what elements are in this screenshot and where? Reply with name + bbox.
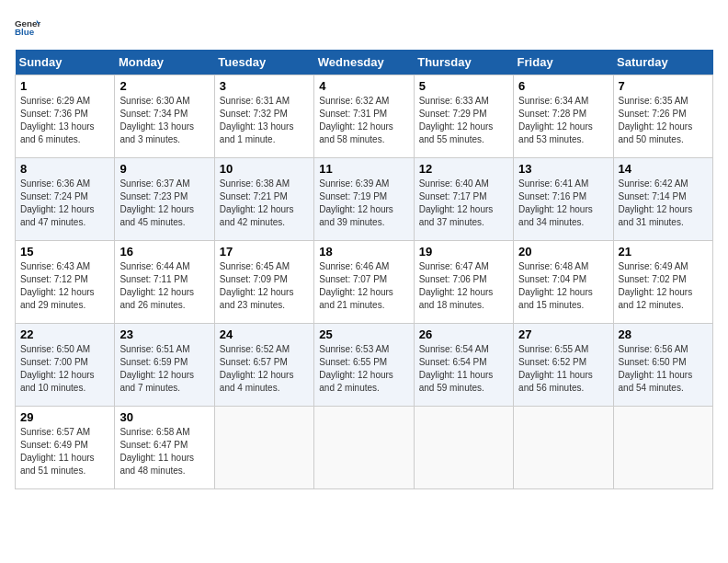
day-number: 28	[619, 327, 708, 341]
day-number: 19	[419, 245, 508, 259]
day-detail: Sunrise: 6:53 AM Sunset: 6:55 PM Dayligh…	[319, 343, 408, 395]
day-detail: Sunrise: 6:38 AM Sunset: 7:21 PM Dayligh…	[220, 178, 309, 229]
day-number: 15	[20, 245, 109, 259]
day-number: 29	[20, 410, 109, 424]
day-detail: Sunrise: 6:56 AM Sunset: 6:50 PM Dayligh…	[619, 343, 708, 395]
day-number: 3	[220, 79, 309, 93]
calendar-cell: 9 Sunrise: 6:37 AM Sunset: 7:23 PM Dayli…	[115, 158, 214, 241]
day-detail: Sunrise: 6:42 AM Sunset: 7:14 PM Dayligh…	[619, 178, 708, 229]
col-header-sunday: Sunday	[16, 50, 115, 75]
day-detail: Sunrise: 6:39 AM Sunset: 7:19 PM Dayligh…	[319, 178, 408, 229]
day-number: 26	[419, 327, 508, 341]
day-detail: Sunrise: 6:43 AM Sunset: 7:12 PM Dayligh…	[20, 260, 109, 312]
day-number: 17	[220, 245, 309, 259]
calendar-cell: 21 Sunrise: 6:49 AM Sunset: 7:02 PM Dayl…	[613, 241, 712, 324]
day-number: 1	[20, 79, 109, 93]
day-number: 21	[619, 245, 708, 259]
calendar-cell: 28 Sunrise: 6:56 AM Sunset: 6:50 PM Dayl…	[613, 324, 712, 407]
calendar-cell: 16 Sunrise: 6:44 AM Sunset: 7:11 PM Dayl…	[115, 241, 214, 324]
day-number: 5	[419, 79, 508, 93]
day-detail: Sunrise: 6:40 AM Sunset: 7:17 PM Dayligh…	[419, 178, 508, 229]
day-detail: Sunrise: 6:58 AM Sunset: 6:47 PM Dayligh…	[119, 426, 209, 477]
calendar-week-4: 29 Sunrise: 6:57 AM Sunset: 6:49 PM Dayl…	[16, 407, 713, 489]
col-header-wednesday: Wednesday	[314, 50, 414, 75]
calendar-cell: 29 Sunrise: 6:57 AM Sunset: 6:49 PM Dayl…	[16, 407, 115, 489]
day-detail: Sunrise: 6:51 AM Sunset: 6:59 PM Dayligh…	[119, 343, 209, 395]
calendar-cell	[414, 407, 513, 489]
day-detail: Sunrise: 6:33 AM Sunset: 7:29 PM Dayligh…	[419, 95, 508, 146]
day-detail: Sunrise: 6:32 AM Sunset: 7:31 PM Dayligh…	[319, 95, 408, 146]
svg-text:Blue: Blue	[15, 27, 35, 37]
calendar-cell: 8 Sunrise: 6:36 AM Sunset: 7:24 PM Dayli…	[16, 158, 115, 241]
calendar-table: SundayMondayTuesdayWednesdayThursdayFrid…	[15, 50, 713, 489]
day-number: 22	[20, 327, 109, 341]
calendar-cell: 23 Sunrise: 6:51 AM Sunset: 6:59 PM Dayl…	[115, 324, 214, 407]
calendar-cell: 1 Sunrise: 6:29 AM Sunset: 7:36 PM Dayli…	[16, 75, 115, 158]
calendar-cell: 22 Sunrise: 6:50 AM Sunset: 7:00 PM Dayl…	[16, 324, 115, 407]
day-number: 13	[518, 162, 608, 176]
day-number: 10	[220, 162, 309, 176]
day-number: 23	[119, 327, 209, 341]
calendar-cell: 3 Sunrise: 6:31 AM Sunset: 7:32 PM Dayli…	[214, 75, 313, 158]
col-header-tuesday: Tuesday	[214, 50, 313, 75]
day-detail: Sunrise: 6:44 AM Sunset: 7:11 PM Dayligh…	[119, 260, 209, 312]
calendar-cell: 19 Sunrise: 6:47 AM Sunset: 7:06 PM Dayl…	[414, 241, 513, 324]
day-detail: Sunrise: 6:31 AM Sunset: 7:32 PM Dayligh…	[220, 95, 309, 146]
day-number: 7	[619, 79, 708, 93]
calendar-cell: 14 Sunrise: 6:42 AM Sunset: 7:14 PM Dayl…	[613, 158, 712, 241]
day-number: 12	[419, 162, 508, 176]
day-number: 30	[119, 410, 209, 424]
day-detail: Sunrise: 6:52 AM Sunset: 6:57 PM Dayligh…	[220, 343, 309, 395]
day-detail: Sunrise: 6:55 AM Sunset: 6:52 PM Dayligh…	[518, 343, 608, 395]
day-detail: Sunrise: 6:48 AM Sunset: 7:04 PM Dayligh…	[518, 260, 608, 312]
logo: General Blue	[15, 15, 44, 40]
col-header-friday: Friday	[514, 50, 613, 75]
day-number: 25	[319, 327, 408, 341]
day-detail: Sunrise: 6:37 AM Sunset: 7:23 PM Dayligh…	[119, 178, 209, 229]
calendar-cell	[214, 407, 313, 489]
col-header-monday: Monday	[115, 50, 214, 75]
calendar-cell	[514, 407, 613, 489]
calendar-cell: 5 Sunrise: 6:33 AM Sunset: 7:29 PM Dayli…	[414, 75, 513, 158]
calendar-cell: 11 Sunrise: 6:39 AM Sunset: 7:19 PM Dayl…	[314, 158, 414, 241]
calendar-cell: 20 Sunrise: 6:48 AM Sunset: 7:04 PM Dayl…	[514, 241, 613, 324]
calendar-cell: 13 Sunrise: 6:41 AM Sunset: 7:16 PM Dayl…	[514, 158, 613, 241]
calendar-cell: 4 Sunrise: 6:32 AM Sunset: 7:31 PM Dayli…	[314, 75, 414, 158]
day-detail: Sunrise: 6:41 AM Sunset: 7:16 PM Dayligh…	[518, 178, 608, 229]
page-header: General Blue	[15, 15, 713, 40]
calendar-cell: 26 Sunrise: 6:54 AM Sunset: 6:54 PM Dayl…	[414, 324, 513, 407]
day-number: 11	[319, 162, 408, 176]
calendar-cell	[314, 407, 414, 489]
day-detail: Sunrise: 6:35 AM Sunset: 7:26 PM Dayligh…	[619, 95, 708, 146]
day-number: 4	[319, 79, 408, 93]
calendar-cell: 25 Sunrise: 6:53 AM Sunset: 6:55 PM Dayl…	[314, 324, 414, 407]
day-detail: Sunrise: 6:29 AM Sunset: 7:36 PM Dayligh…	[20, 95, 109, 146]
day-detail: Sunrise: 6:57 AM Sunset: 6:49 PM Dayligh…	[20, 426, 109, 477]
day-number: 24	[220, 327, 309, 341]
day-detail: Sunrise: 6:49 AM Sunset: 7:02 PM Dayligh…	[619, 260, 708, 312]
day-detail: Sunrise: 6:30 AM Sunset: 7:34 PM Dayligh…	[119, 95, 209, 146]
calendar-cell: 30 Sunrise: 6:58 AM Sunset: 6:47 PM Dayl…	[115, 407, 214, 489]
day-detail: Sunrise: 6:36 AM Sunset: 7:24 PM Dayligh…	[20, 178, 109, 229]
calendar-week-2: 15 Sunrise: 6:43 AM Sunset: 7:12 PM Dayl…	[16, 241, 713, 324]
day-number: 6	[518, 79, 608, 93]
day-number: 8	[20, 162, 109, 176]
day-number: 18	[319, 245, 408, 259]
calendar-week-0: 1 Sunrise: 6:29 AM Sunset: 7:36 PM Dayli…	[16, 75, 713, 158]
day-detail: Sunrise: 6:54 AM Sunset: 6:54 PM Dayligh…	[419, 343, 508, 395]
calendar-cell: 2 Sunrise: 6:30 AM Sunset: 7:34 PM Dayli…	[115, 75, 214, 158]
day-detail: Sunrise: 6:50 AM Sunset: 7:00 PM Dayligh…	[20, 343, 109, 395]
day-detail: Sunrise: 6:46 AM Sunset: 7:07 PM Dayligh…	[319, 260, 408, 312]
col-header-saturday: Saturday	[613, 50, 712, 75]
day-detail: Sunrise: 6:47 AM Sunset: 7:06 PM Dayligh…	[419, 260, 508, 312]
calendar-cell	[613, 407, 712, 489]
calendar-week-3: 22 Sunrise: 6:50 AM Sunset: 7:00 PM Dayl…	[16, 324, 713, 407]
day-number: 27	[518, 327, 608, 341]
day-number: 14	[619, 162, 708, 176]
calendar-cell: 18 Sunrise: 6:46 AM Sunset: 7:07 PM Dayl…	[314, 241, 414, 324]
calendar-cell: 12 Sunrise: 6:40 AM Sunset: 7:17 PM Dayl…	[414, 158, 513, 241]
col-header-thursday: Thursday	[414, 50, 513, 75]
day-detail: Sunrise: 6:45 AM Sunset: 7:09 PM Dayligh…	[220, 260, 309, 312]
calendar-cell: 6 Sunrise: 6:34 AM Sunset: 7:28 PM Dayli…	[514, 75, 613, 158]
day-number: 16	[119, 245, 209, 259]
